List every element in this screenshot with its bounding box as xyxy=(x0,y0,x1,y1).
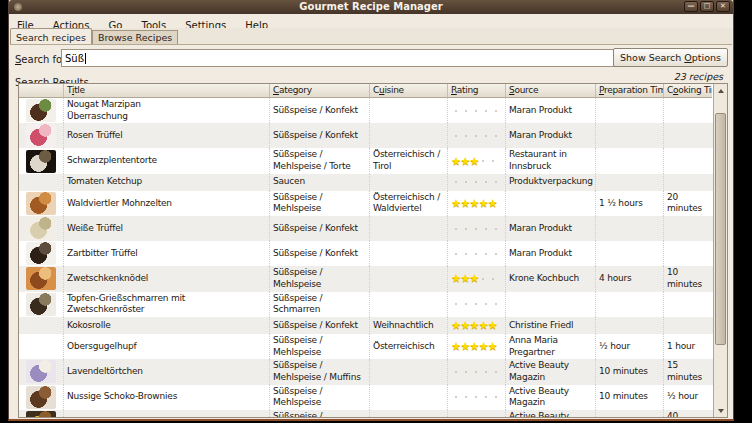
star-empty-icon xyxy=(455,110,457,112)
cell-category: Süßspeise / Mehlspeise xyxy=(270,334,370,359)
star-empty-icon xyxy=(465,228,467,230)
table-row[interactable]: Topfen-Grießschmarren mit Zwetschkenröst… xyxy=(19,292,713,317)
cell-source: Maran Produkt xyxy=(506,241,596,266)
recipe-table: TitleCategoryCuisineRatingSourcePreparat… xyxy=(18,83,728,418)
scrollbar-thumb[interactable] xyxy=(715,113,726,345)
rating-stars xyxy=(451,396,501,398)
star-empty-icon xyxy=(475,303,477,305)
cell-title: Nougat Marzipan Überraschung xyxy=(64,98,270,123)
search-input-value: Süß xyxy=(65,53,84,64)
table-row[interactable]: SchwarzplententorteSüßspeise / Mehlspeis… xyxy=(19,148,713,173)
star-empty-icon xyxy=(465,371,467,373)
table-row[interactable]: ZwetschkenknödelSüßspeise / Mehlspeise★★… xyxy=(19,266,713,291)
table-row[interactable]: ZitronenkuchenSüßspeise / Mehlspeise / K… xyxy=(19,410,713,417)
table-body: Nougat Marzipan ÜberraschungSüßspeise / … xyxy=(19,98,713,417)
table-row[interactable]: KokosrolleSüßspeise / KonfektWeihnachtli… xyxy=(19,317,713,334)
star-empty-icon xyxy=(485,253,487,255)
column-header-cook[interactable]: Cooking Time xyxy=(664,84,712,98)
star-empty-icon xyxy=(455,228,457,230)
star-empty-icon xyxy=(465,253,467,255)
cell-source xyxy=(506,191,596,216)
table-row[interactable]: Weiße TrüffelSüßspeise / KonfektMaran Pr… xyxy=(19,216,713,241)
cell-cook xyxy=(664,123,712,148)
app-window: Gourmet Recipe Manager — □ ✕ File Action… xyxy=(8,0,734,421)
star-empty-icon xyxy=(482,160,484,162)
cell-category: Süßspeise / Konfekt xyxy=(270,216,370,241)
cell-thumb xyxy=(19,148,64,173)
star-empty-icon xyxy=(465,396,467,398)
vertical-scrollbar[interactable] xyxy=(713,84,727,417)
table-row[interactable]: Nougat Marzipan ÜberraschungSüßspeise / … xyxy=(19,98,713,123)
column-header-title[interactable]: Title xyxy=(64,84,270,98)
tab-search-recipes[interactable]: Search recipes xyxy=(10,28,92,44)
cell-cuisine xyxy=(370,410,448,417)
column-header-category[interactable]: Category xyxy=(270,84,370,98)
cell-category: Süßspeise / Mehlspeise / Kuchen xyxy=(270,410,370,417)
show-search-options-button[interactable]: Show Search Options xyxy=(613,48,728,67)
recipe-thumbnail xyxy=(26,411,56,417)
star-empty-icon xyxy=(455,135,457,137)
table-row[interactable]: Rosen TrüffelSüßspeise / KonfektMaran Pr… xyxy=(19,123,713,148)
cell-source: Christine Friedl xyxy=(506,317,596,334)
recipe-thumbnail xyxy=(26,386,56,409)
rating-stars xyxy=(451,371,501,373)
table-row[interactable]: Tomaten KetchupSaucenProduktverpackung xyxy=(19,174,713,191)
recipe-thumbnail xyxy=(26,242,56,265)
cell-prep xyxy=(596,123,664,148)
cell-title: Zartbitter Trüffel xyxy=(64,241,270,266)
cell-cuisine xyxy=(370,292,448,317)
rating-stars xyxy=(451,253,501,255)
star-filled-icon: ★ xyxy=(488,339,498,354)
cell-thumb xyxy=(19,410,64,417)
star-empty-icon xyxy=(485,110,487,112)
search-input[interactable]: Süß xyxy=(61,49,657,67)
cell-rating xyxy=(448,385,506,410)
scroll-up-button[interactable] xyxy=(714,84,727,97)
recipe-thumbnail xyxy=(26,267,56,290)
star-empty-icon xyxy=(455,303,457,305)
recipe-thumbnail xyxy=(26,124,56,147)
cell-cuisine xyxy=(370,98,448,123)
column-header-prep[interactable]: Preparation Time xyxy=(596,84,664,98)
cell-thumb xyxy=(19,241,64,266)
cell-cuisine: Österreichisch / Tirol xyxy=(370,148,448,173)
window-title: Gourmet Recipe Manager xyxy=(9,0,733,14)
rating-stars xyxy=(451,110,501,112)
cell-category: Süßspeise / Mehlspeise / Torte xyxy=(270,148,370,173)
table-row[interactable]: ObersgugelhupfSüßspeise / MehlspeiseÖste… xyxy=(19,334,713,359)
cell-prep: 10 minutes xyxy=(596,359,664,384)
close-button[interactable]: ✕ xyxy=(716,1,730,12)
search-for-label: Search for xyxy=(15,54,66,65)
recipe-thumbnail xyxy=(26,360,56,383)
maximize-button[interactable]: □ xyxy=(700,1,714,12)
cell-source: Maran Produkt xyxy=(506,123,596,148)
cell-rating: ★★★★★ xyxy=(448,191,506,216)
table-row[interactable]: Waldviertler MohnzeltenSüßspeise / Mehls… xyxy=(19,191,713,216)
cell-prep xyxy=(596,241,664,266)
recipe-thumbnail xyxy=(26,150,56,173)
star-empty-icon xyxy=(455,253,457,255)
cell-title: Waldviertler Mohnzelten xyxy=(64,191,270,216)
cell-rating: ★★★★★ xyxy=(448,334,506,359)
cell-cook xyxy=(664,98,712,123)
cell-category: Süßspeise / Konfekt xyxy=(270,123,370,148)
cell-source: Anna Maria Pregartner xyxy=(506,334,596,359)
star-empty-icon xyxy=(485,303,487,305)
table-row[interactable]: Nussige Schoko-BrowniesSüßspeise / Mehls… xyxy=(19,385,713,410)
star-empty-icon xyxy=(485,135,487,137)
column-header-rating[interactable]: Rating xyxy=(448,84,506,98)
column-header-source[interactable]: Source xyxy=(506,84,596,98)
column-header-cuisine[interactable]: Cuisine xyxy=(370,84,448,98)
star-empty-icon xyxy=(455,371,457,373)
cell-thumb xyxy=(19,123,64,148)
table-row[interactable]: Zartbitter TrüffelSüßspeise / KonfektMar… xyxy=(19,241,713,266)
star-filled-icon: ★ xyxy=(469,154,479,169)
tab-browse-recipes[interactable]: Browse Recipes xyxy=(92,30,178,44)
cell-cook xyxy=(664,216,712,241)
scroll-down-button[interactable] xyxy=(714,404,727,417)
cell-rating: ★★★ xyxy=(448,266,506,291)
table-row[interactable]: LavendeltörtchenSüßspeise / Mehlspeise /… xyxy=(19,359,713,384)
minimize-button[interactable]: — xyxy=(684,1,698,12)
titlebar[interactable]: Gourmet Recipe Manager — □ ✕ xyxy=(9,0,733,14)
cell-cuisine xyxy=(370,174,448,191)
